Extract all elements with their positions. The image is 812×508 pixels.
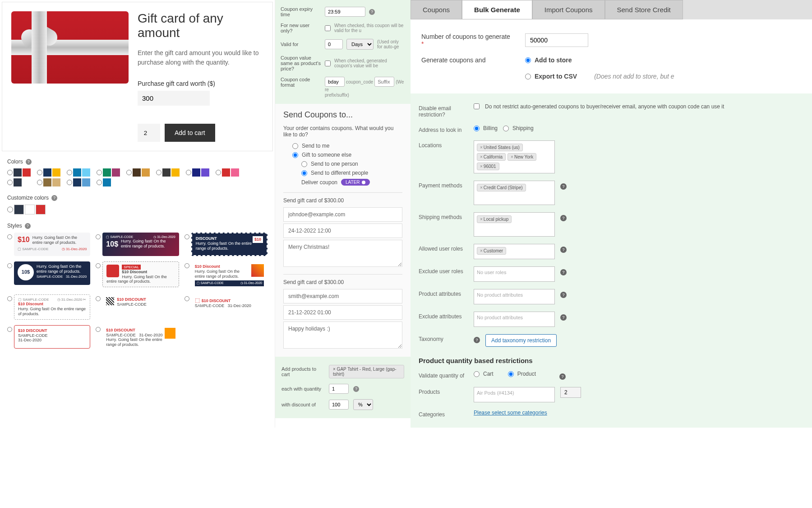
exclude-roles-tagbox[interactable]: No user roles: [474, 266, 555, 282]
tag-chip[interactable]: ×Local pickup: [477, 215, 512, 223]
remove-tag-icon[interactable]: ×: [480, 145, 483, 150]
gift-radio[interactable]: [292, 152, 298, 158]
coupon-style-5[interactable]: SPECIAL $10 Discount Hurry. Going fast! …: [102, 261, 179, 287]
categories-link[interactable]: Please select some categories: [474, 410, 547, 416]
help-icon[interactable]: ?: [26, 159, 32, 165]
quantity-input[interactable]: [138, 124, 160, 142]
coupon-style-11[interactable]: $10 DISCOUNT SAMPLE-CODE 31-Dec-2020 Hur…: [102, 325, 179, 350]
color-swatch-radio[interactable]: [156, 170, 161, 175]
remove-tag-icon[interactable]: ×: [480, 154, 483, 159]
validate-cart-radio[interactable]: [474, 371, 480, 377]
validfor-number-input[interactable]: [325, 39, 343, 49]
tag-chip[interactable]: ×Customer: [477, 247, 506, 255]
gift1-email-input[interactable]: [283, 207, 402, 222]
style-radio[interactable]: [7, 234, 12, 239]
product-tag[interactable]: × GAP Tshirt - Red, Large (gap-tshirt): [329, 365, 404, 378]
disable-email-checkbox[interactable]: [474, 103, 480, 109]
tab-coupons[interactable]: Coupons: [411, 0, 462, 19]
help-icon[interactable]: ?: [560, 183, 567, 190]
products-qty-input[interactable]: [560, 387, 581, 398]
style-radio[interactable]: [96, 296, 101, 301]
style-radio[interactable]: [96, 263, 101, 268]
coupon-style-7[interactable]: ▢ SAMPLE-CODE◷ 31-Dec-2020 ✂ $10 Discoun…: [14, 294, 90, 320]
style-radio[interactable]: [7, 296, 12, 301]
payment-tagbox[interactable]: ×Credit Card (Stripe): [474, 181, 555, 205]
customize-swatch[interactable]: [25, 205, 35, 214]
color-swatch-radio[interactable]: [186, 170, 191, 175]
gift1-date-input[interactable]: [283, 224, 402, 238]
num-coupons-input[interactable]: [525, 33, 588, 47]
remove-tag-icon[interactable]: ×: [480, 217, 483, 222]
format-prefix-input[interactable]: [325, 77, 345, 87]
gift2-email-input[interactable]: [283, 289, 402, 303]
help-icon[interactable]: ?: [560, 314, 567, 321]
help-icon[interactable]: ?: [474, 337, 480, 343]
exclude-attr-tagbox[interactable]: No product attributes: [474, 312, 555, 327]
add-to-cart-button[interactable]: Add to cart: [165, 124, 215, 142]
expiry-input[interactable]: [325, 7, 365, 17]
style-radio[interactable]: [185, 296, 189, 301]
color-swatch-radio[interactable]: [7, 180, 13, 185]
shipping-tagbox[interactable]: ×Local pickup: [474, 212, 555, 237]
color-swatch-radio[interactable]: [97, 180, 102, 185]
help-icon[interactable]: ?: [560, 292, 567, 298]
add-taxonomy-button[interactable]: Add taxonomy restriction: [485, 334, 557, 347]
validate-product-radio[interactable]: [508, 371, 514, 377]
coupon-style-6[interactable]: $10 Discount Hurry. Going fast! On the e…: [191, 261, 268, 289]
send-diff-radio[interactable]: [301, 170, 307, 176]
send-one-radio[interactable]: [301, 161, 307, 167]
style-radio[interactable]: [96, 327, 101, 332]
help-icon[interactable]: ?: [353, 386, 359, 392]
color-swatch-radio[interactable]: [126, 170, 132, 175]
color-swatch-radio[interactable]: [97, 170, 102, 175]
tag-chip[interactable]: ×United States (us): [477, 144, 523, 151]
tag-chip[interactable]: ×Credit Card (Stripe): [477, 184, 526, 191]
tag-chip[interactable]: ×California: [477, 153, 506, 161]
tab-bulk-generate[interactable]: Bulk Generate: [462, 0, 532, 19]
style-radio[interactable]: [7, 327, 12, 332]
color-swatch-radio[interactable]: [67, 170, 72, 175]
color-swatch-radio[interactable]: [37, 170, 42, 175]
validfor-unit-select[interactable]: Days: [346, 39, 374, 50]
help-icon[interactable]: ?: [51, 195, 57, 201]
remove-tag-icon[interactable]: ×: [511, 154, 513, 159]
remove-tag-icon[interactable]: ×: [480, 164, 483, 169]
sameprice-checkbox[interactable]: [325, 61, 331, 66]
allowed-roles-tagbox[interactable]: ×Customer: [474, 244, 555, 259]
discount-value-input[interactable]: [329, 400, 349, 410]
help-icon[interactable]: ?: [560, 269, 567, 275]
locations-tagbox[interactable]: ×United States (us)×California×New York×…: [474, 140, 555, 173]
discount-unit-select[interactable]: %: [353, 399, 373, 410]
coupon-style-3[interactable]: $10 DISCOUNT Hurry. Going fast! On the e…: [191, 233, 268, 256]
gift1-message-textarea[interactable]: [283, 240, 402, 267]
export-csv-radio[interactable]: [525, 74, 531, 79]
gift2-message-textarea[interactable]: [283, 322, 402, 349]
shipping-radio[interactable]: [503, 126, 509, 131]
tag-chip[interactable]: ×New York: [508, 153, 536, 161]
color-swatch-radio[interactable]: [216, 170, 221, 175]
customize-swatch[interactable]: [14, 205, 24, 214]
billing-radio[interactable]: [474, 126, 480, 131]
coupon-style-1[interactable]: $10Hurry. Going fast! On the entire rang…: [14, 233, 90, 256]
coupon-style-10[interactable]: $10 DISCOUNT SAMPLE-CODE 31-Dec-2020: [14, 325, 90, 349]
style-radio[interactable]: [96, 234, 101, 239]
remove-tag-icon[interactable]: ×: [480, 185, 483, 190]
coupon-style-2[interactable]: ▢ SAMPLE-CODE◷ 31-Dec-2020 10$Hurry. Goi…: [102, 233, 179, 256]
coupon-style-9[interactable]: ⬚$10 DISCOUNT SAMPLE-CODE 31-Dec-2020: [191, 294, 268, 318]
color-swatch-radio[interactable]: [7, 170, 13, 175]
send-to-me-radio[interactable]: [292, 143, 298, 149]
tag-chip[interactable]: ×96001: [477, 163, 499, 170]
coupon-style-8[interactable]: $10 DISCOUNT SAMPLE-CODE: [102, 294, 179, 318]
style-radio[interactable]: [185, 263, 189, 268]
gift2-date-input[interactable]: [283, 305, 402, 320]
remove-tag-icon[interactable]: ×: [480, 248, 483, 253]
later-toggle[interactable]: LATER: [341, 179, 370, 186]
add-to-store-radio[interactable]: [525, 57, 531, 63]
each-qty-input[interactable]: [329, 384, 349, 394]
amount-input[interactable]: [138, 91, 210, 106]
customize-swatch[interactable]: [36, 205, 46, 214]
help-icon[interactable]: ?: [559, 373, 566, 380]
help-icon[interactable]: ?: [560, 215, 567, 221]
coupon-style-4[interactable]: 10$ Hurry. Going fast! On the entire ran…: [14, 261, 90, 285]
color-swatch-radio[interactable]: [37, 180, 42, 185]
